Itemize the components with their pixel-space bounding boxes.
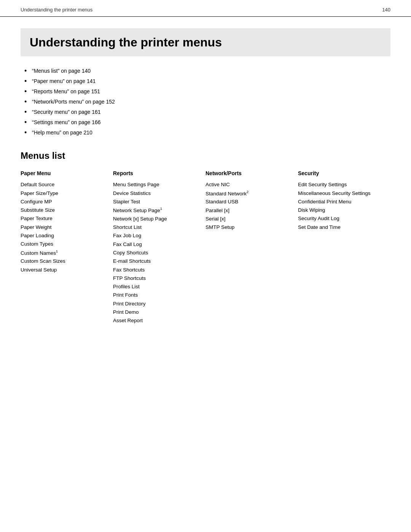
toc-link[interactable]: “Settings menu” on page 166 — [32, 119, 101, 125]
menu-item: Network [x] Setup Page — [113, 215, 198, 223]
menu-item: Network Setup Page1 — [113, 206, 198, 215]
menu-item: Shortcut List — [113, 223, 198, 232]
menu-item: Confidential Print Menu — [298, 198, 383, 206]
menu-item: Custom Scan Sizes — [21, 257, 105, 265]
network-ports-column: Network/Ports Active NIC Standard Networ… — [206, 170, 298, 325]
menu-item: Custom Names1 — [21, 249, 105, 257]
toc-link[interactable]: “Paper menu” on page 141 — [32, 78, 96, 84]
toc-link[interactable]: “Menus list” on page 140 — [32, 68, 91, 74]
menu-item: E-mail Shortcuts — [113, 257, 198, 265]
menu-item: Stapler Test — [113, 198, 198, 206]
toc-link[interactable]: “Help menu” on page 210 — [32, 129, 92, 136]
chapter-title: Understanding the printer menus — [30, 35, 381, 50]
toc-list: “Menus list” on page 140 “Paper menu” on… — [21, 67, 390, 137]
menu-item: Parallel [x] — [206, 206, 290, 215]
menu-item: Miscellaneous Security Settings — [298, 189, 383, 198]
menu-item: Edit Security Settings — [298, 181, 383, 189]
menu-item: Paper Loading — [21, 232, 105, 240]
menu-item: Configure MP — [21, 198, 105, 206]
paper-menu-column: Paper Menu Default Source Paper Size/Typ… — [21, 170, 113, 325]
menu-item: Substitute Size — [21, 206, 105, 214]
security-column: Security Edit Security Settings Miscella… — [298, 170, 390, 325]
header-page-number: 140 — [382, 7, 390, 13]
toc-link[interactable]: “Reports Menu” on page 151 — [32, 88, 100, 94]
menu-item: Serial [x] — [206, 215, 290, 223]
menu-item: Print Demo — [113, 308, 198, 316]
menu-item: Security Audit Log — [298, 214, 383, 223]
toc-item: “Network/Ports menu” on page 152 — [24, 98, 390, 106]
toc-item: “Reports Menu” on page 151 — [24, 88, 390, 96]
menu-item: Default Source — [21, 181, 105, 189]
toc-item: “Security menu” on page 161 — [24, 108, 390, 116]
security-header: Security — [298, 170, 383, 177]
menu-item: Fax Call Log — [113, 240, 198, 249]
menu-item: Asset Report — [113, 316, 198, 325]
menu-item: Profiles List — [113, 283, 198, 291]
menu-item: Active NIC — [206, 181, 290, 189]
menu-item: FTP Shortcuts — [113, 274, 198, 283]
menu-item: Paper Texture — [21, 214, 105, 223]
content-area: Understanding the printer menus “Menus l… — [0, 17, 411, 345]
toc-link[interactable]: “Network/Ports menu” on page 152 — [32, 99, 115, 105]
toc-item: “Menus list” on page 140 — [24, 67, 390, 75]
page-container: Understanding the printer menus 140 Unde… — [0, 0, 411, 532]
toc-item: “Settings menu” on page 166 — [24, 118, 390, 126]
menu-item: Fax Shortcuts — [113, 266, 198, 274]
menus-list-heading: Menus list — [21, 150, 390, 163]
menu-item: Device Statistics — [113, 189, 198, 198]
menu-item: Paper Weight — [21, 223, 105, 232]
toc-item: “Help menu” on page 210 — [24, 129, 390, 137]
menus-grid: Paper Menu Default Source Paper Size/Typ… — [21, 170, 390, 325]
menu-item: SMTP Setup — [206, 223, 290, 232]
menu-item: Disk Wiping — [298, 206, 383, 214]
menu-item: Fax Job Log — [113, 232, 198, 240]
menu-item: Standard USB — [206, 198, 290, 206]
reports-column: Reports Menu Settings Page Device Statis… — [113, 170, 206, 325]
menu-item: Set Date and Time — [298, 223, 383, 232]
menu-item: Print Directory — [113, 300, 198, 308]
menu-item: Menu Settings Page — [113, 181, 198, 189]
network-ports-header: Network/Ports — [206, 170, 290, 177]
menu-item: Standard Network2 — [206, 189, 290, 198]
chapter-title-box: Understanding the printer menus — [21, 28, 390, 56]
toc-item: “Paper menu” on page 141 — [24, 77, 390, 85]
header-title: Understanding the printer menus — [21, 7, 92, 13]
menu-item: Paper Size/Type — [21, 189, 105, 198]
menu-item: Copy Shortcuts — [113, 249, 198, 257]
paper-menu-header: Paper Menu — [21, 170, 105, 177]
toc-link[interactable]: “Security menu” on page 161 — [32, 109, 101, 115]
menu-item: Universal Setup — [21, 266, 105, 274]
menu-item: Print Fonts — [113, 291, 198, 299]
reports-header: Reports — [113, 170, 198, 177]
page-header: Understanding the printer menus 140 — [0, 0, 411, 17]
menu-item: Custom Types — [21, 240, 105, 248]
